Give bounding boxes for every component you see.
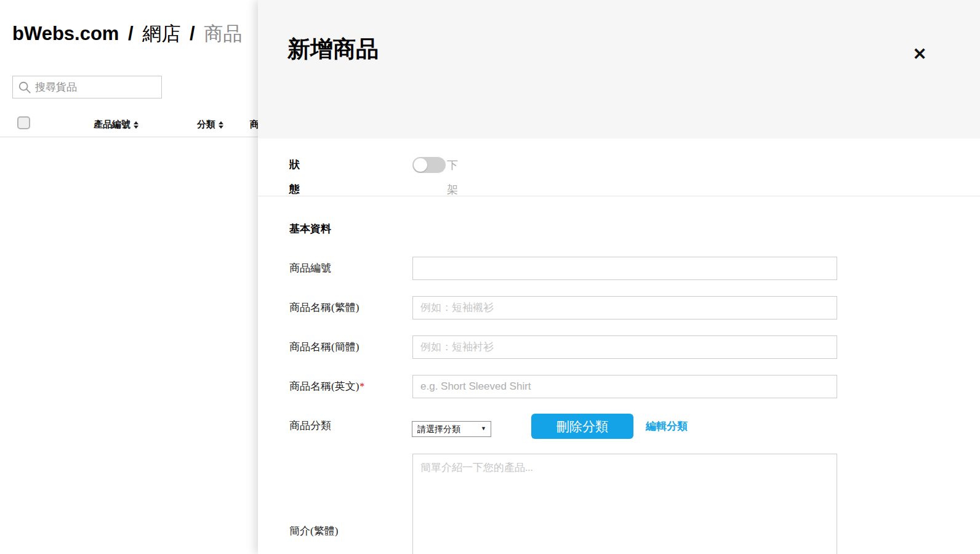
- breadcrumb-item-products: 商品: [204, 23, 242, 44]
- column-label: 分類: [197, 119, 215, 130]
- search-input[interactable]: [35, 76, 158, 98]
- status-toggle[interactable]: [412, 157, 446, 173]
- field-row-name-en: 商品名稱(英文)*: [289, 374, 960, 399]
- field-row-product-code: 商品編號: [289, 256, 960, 281]
- select-all-checkbox[interactable]: [17, 116, 30, 129]
- toggle-knob: [414, 158, 427, 172]
- section-divider: [258, 196, 980, 196]
- breadcrumb-separator: /: [124, 23, 137, 44]
- product-name-tc-input[interactable]: [412, 296, 837, 319]
- basic-info-section-title: 基本資料: [289, 222, 331, 236]
- status-value: 下架: [447, 153, 458, 202]
- breadcrumb: bWebs.com / 網店 / 商品: [12, 21, 242, 47]
- breadcrumb-item-store[interactable]: 網店: [142, 23, 180, 44]
- field-label: 商品名稱(英文)*: [289, 374, 364, 399]
- field-row-category: 商品分類 請選擇分類 ▼ 刪除分類 編輯分類: [289, 414, 960, 438]
- column-header-product-code[interactable]: 產品編號: [94, 119, 139, 130]
- breadcrumb-brand[interactable]: bWebs.com: [12, 23, 119, 44]
- add-product-modal: 新增商品 ✕ 狀態 下架 基本資料 商品編號 商品名稱(繁體) 商品名稱(簡體)…: [258, 0, 980, 554]
- category-select[interactable]: 請選擇分類: [412, 421, 491, 437]
- product-search-box: [12, 76, 162, 98]
- breadcrumb-separator: /: [186, 23, 199, 44]
- sort-icon[interactable]: [134, 121, 139, 129]
- edit-category-link[interactable]: 編輯分類: [646, 414, 688, 439]
- search-icon: [18, 81, 31, 94]
- delete-category-button[interactable]: 刪除分類: [531, 414, 633, 439]
- product-name-en-input[interactable]: [412, 375, 837, 398]
- field-label: 簡介(繁體): [289, 524, 338, 538]
- category-select-wrap: 請選擇分類 ▼: [412, 421, 491, 437]
- sort-icon[interactable]: [219, 121, 223, 129]
- field-label: 商品分類: [289, 414, 331, 438]
- close-icon[interactable]: ✕: [909, 43, 931, 65]
- column-header-category[interactable]: 分類: [197, 119, 223, 130]
- product-name-sc-input[interactable]: [412, 335, 837, 359]
- field-row-intro-tc: 簡介(繁體): [289, 454, 960, 554]
- status-label: 狀態: [289, 153, 300, 202]
- modal-header: [258, 0, 980, 138]
- field-label: 商品名稱(簡體): [289, 335, 359, 359]
- intro-tc-textarea[interactable]: [412, 454, 837, 554]
- product-code-input[interactable]: [412, 257, 837, 280]
- modal-title: 新增商品: [287, 34, 379, 65]
- field-row-name-sc: 商品名稱(簡體): [289, 335, 960, 359]
- field-label: 商品編號: [289, 256, 331, 281]
- column-label: 產品編號: [94, 119, 131, 130]
- required-asterisk: *: [359, 381, 364, 391]
- field-label: 商品名稱(繁體): [289, 295, 359, 320]
- field-row-name-tc: 商品名稱(繁體): [289, 295, 960, 320]
